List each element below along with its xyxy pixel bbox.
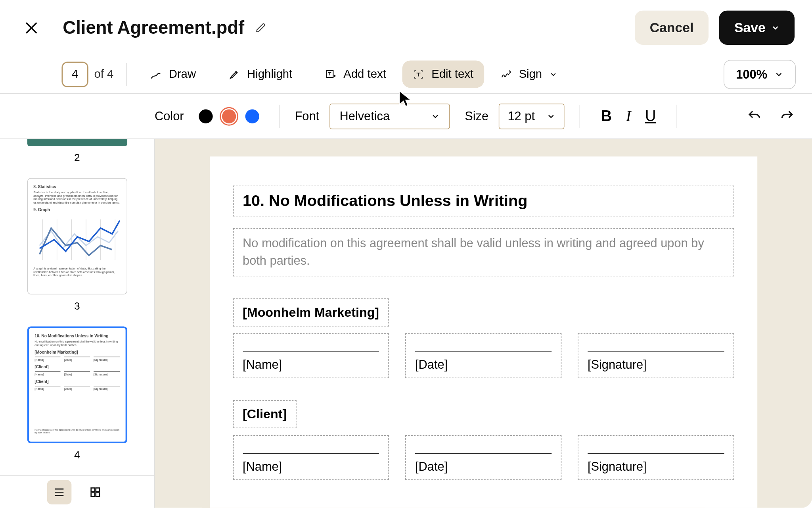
tool-add-text[interactable]: Add text [314,60,396,88]
page-number-input[interactable] [61,62,88,87]
color-swatch-blue[interactable] [245,109,259,123]
font-value: Helvetica [339,109,390,123]
heading-block[interactable]: 10. No Modifications Unless in Writing [233,186,734,217]
main-area: 2 8. Statistics Statistics is the study … [0,139,812,508]
chevron-down-icon [549,70,557,79]
thumbnail-page-3[interactable]: 8. Statistics Statistics is the study an… [27,178,127,294]
svg-rect-18 [91,488,94,491]
page-total-label: of 4 [94,67,113,81]
chevron-down-icon [431,112,440,121]
thumb-number-4: 4 [74,449,80,462]
signature-row-1: [Name] [Date] [Signature] [233,333,734,390]
party1-block[interactable]: [Moonhelm Marketing] [233,298,389,326]
toolbar: of 4 Draw Highlight Add text Edit text S… [0,55,812,94]
svg-rect-21 [96,493,99,496]
rename-icon[interactable] [256,22,266,33]
font-label: Font [295,109,320,123]
save-button[interactable]: Save [719,10,795,44]
draw-icon [150,68,162,80]
italic-button[interactable]: I [617,107,640,125]
color-label: Color [155,109,184,123]
zoom-value: 100% [736,67,767,81]
svg-rect-20 [91,493,94,496]
sign-icon [500,68,512,80]
bold-button[interactable]: B [595,107,617,125]
party2-label: [Client] [243,407,287,422]
thumb-number-3: 3 [74,300,80,312]
app-root: Client Agreement.pdf Cancel Save of 4 Dr… [0,0,812,508]
date-field-1[interactable]: [Date] [405,333,561,378]
canvas[interactable]: 10. No Modifications Unless in Writing N… [155,139,812,508]
color-swatch-black[interactable] [199,109,213,123]
section-body: No modification on this agreement shall … [243,235,724,270]
chevron-down-icon [771,23,779,32]
size-label: Size [465,109,488,123]
size-value: 12 pt [508,109,534,123]
date-field-2[interactable]: [Date] [405,435,561,480]
redo-icon[interactable] [779,108,795,123]
chart-preview-icon [33,214,121,266]
name-field-1[interactable]: [Name] [233,333,389,378]
grid-icon [89,485,102,498]
format-bar: Color Font Helvetica Size 12 pt B I U [0,94,812,139]
add-text-icon [325,68,336,80]
list-icon [53,485,65,498]
underline-button[interactable]: U [640,107,662,125]
color-swatch-orange[interactable] [222,109,236,123]
highlight-icon [228,68,240,80]
edit-text-icon [413,68,424,80]
svg-rect-19 [96,488,99,491]
sidebar-view-switch [0,475,154,508]
tool-edit-text[interactable]: Edit text [402,60,484,88]
party1-label: [Moonhelm Marketing] [243,305,379,320]
signature-field-1[interactable]: [Signature] [578,333,734,378]
thumbnail-page-2-partial[interactable] [27,139,127,146]
tool-highlight[interactable]: Highlight [218,60,303,88]
party2-block[interactable]: [Client] [233,400,297,428]
save-label: Save [734,20,766,36]
chevron-down-icon [546,112,555,121]
undo-icon[interactable] [747,108,762,123]
view-list-button[interactable] [47,480,71,504]
tool-sign[interactable]: Sign [490,60,567,88]
signature-row-2: [Name] [Date] [Signature] [233,435,734,491]
thumbnail-page-4[interactable]: 10. No Modifications Unless in Writing N… [27,326,127,443]
page-4: 10. No Modifications Unless in Writing N… [209,156,757,508]
tool-draw[interactable]: Draw [140,60,206,88]
section-heading: 10. No Modifications Unless in Writing [243,192,724,210]
thumb-number-2: 2 [74,152,80,164]
body-block[interactable]: No modification on this agreement shall … [233,228,734,276]
zoom-select[interactable]: 100% [724,60,796,89]
document-title: Client Agreement.pdf [63,17,244,38]
font-select[interactable]: Helvetica [330,103,450,129]
cancel-button[interactable]: Cancel [635,10,709,44]
page-indicator: of 4 [61,62,113,87]
view-grid-button[interactable] [83,480,107,504]
close-icon[interactable] [23,19,40,36]
separator [126,63,127,86]
size-select[interactable]: 12 pt [499,103,564,129]
name-field-2[interactable]: [Name] [233,435,389,480]
sidebar: 2 8. Statistics Statistics is the study … [0,139,155,508]
signature-field-2[interactable]: [Signature] [578,435,734,480]
thumbnail-list[interactable]: 2 8. Statistics Statistics is the study … [0,139,154,475]
header-bar: Client Agreement.pdf Cancel Save [0,0,812,55]
chevron-down-icon [774,69,783,79]
